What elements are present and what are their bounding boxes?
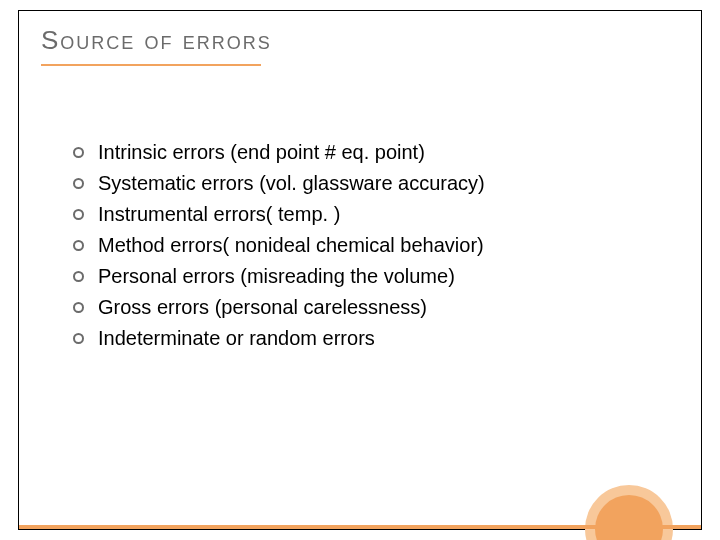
bullet-icon: [73, 209, 84, 220]
bullet-list: Intrinsic errors (end point # eq. point)…: [73, 139, 661, 356]
bullet-icon: [73, 271, 84, 282]
title-underline: [41, 64, 261, 66]
list-item: Indeterminate or random errors: [73, 325, 661, 352]
list-item: Systematic errors (vol. glassware accura…: [73, 170, 661, 197]
bullet-icon: [73, 333, 84, 344]
list-item-text: Method errors( nonideal chemical behavio…: [98, 232, 484, 259]
bullet-icon: [73, 240, 84, 251]
list-item-text: Indeterminate or random errors: [98, 325, 375, 352]
title-block: Source of errors: [41, 25, 272, 66]
list-item: Method errors( nonideal chemical behavio…: [73, 232, 661, 259]
list-item-text: Instrumental errors( temp. ): [98, 201, 340, 228]
footer-accent-bar: [19, 525, 701, 529]
bullet-icon: [73, 147, 84, 158]
list-item: Instrumental errors( temp. ): [73, 201, 661, 228]
list-item-text: Gross errors (personal carelessness): [98, 294, 427, 321]
list-item-text: Intrinsic errors (end point # eq. point): [98, 139, 425, 166]
list-item-text: Systematic errors (vol. glassware accura…: [98, 170, 485, 197]
slide-frame: Source of errors Intrinsic errors (end p…: [18, 10, 702, 530]
list-item: Intrinsic errors (end point # eq. point): [73, 139, 661, 166]
list-item: Personal errors (misreading the volume): [73, 263, 661, 290]
bullet-icon: [73, 302, 84, 313]
list-item: Gross errors (personal carelessness): [73, 294, 661, 321]
list-item-text: Personal errors (misreading the volume): [98, 263, 455, 290]
bullet-icon: [73, 178, 84, 189]
slide-title: Source of errors: [41, 25, 272, 62]
